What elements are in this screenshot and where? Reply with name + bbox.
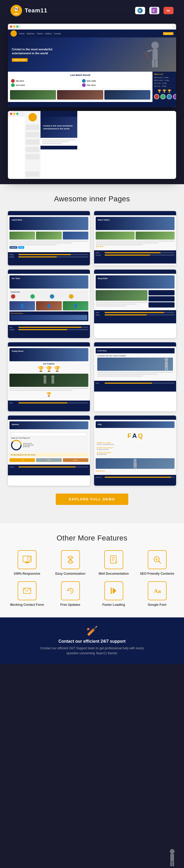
blog-sidebar-item-2 <box>149 296 175 302</box>
nav-home: Home <box>19 32 25 35</box>
stat-label-8: Shares <box>96 314 104 316</box>
footer: 🏏 Contact our efficient 24/7 support Con… <box>0 617 184 664</box>
page-preview-cricket-blog: Cricket Blog a cricketer who was a class… <box>94 342 176 411</box>
svg-rect-42 <box>110 556 116 563</box>
footer-icon: 🏏 <box>10 625 174 637</box>
wordpress-badge[interactable]: W <box>135 7 145 14</box>
two-panel-layout: Cricket is the most wonderful entertainm… <box>25 111 77 179</box>
team-logo-circle-1 <box>154 94 159 99</box>
stat-row-10: Posts <box>96 382 175 384</box>
feature-icon-contact <box>17 581 37 600</box>
page-title-5: Trophy Room <box>11 350 24 352</box>
sidebar-item-3 <box>26 140 39 145</box>
main-panel-hero-text: Cricket is the most wonderful entertainm… <box>43 124 75 130</box>
stat-bar-fill-9 <box>19 402 67 403</box>
page-body-5: Trophy Room Our Trophies 🏆 🏆 🏆 <box>8 346 90 400</box>
match-players-svg <box>38 374 60 387</box>
stat-label-1: Batting <box>9 254 17 255</box>
blog-line-1 <box>96 302 147 303</box>
news-content <box>9 241 88 245</box>
svg-rect-40 <box>69 556 72 557</box>
trophy-3: 🏆 <box>54 366 61 372</box>
page-preview-our-team: Our Team Cricket Club 👤 <box>8 270 90 338</box>
stat-bar-bg-6 <box>19 329 88 330</box>
blog-line-3 <box>96 305 127 306</box>
blog-layout <box>96 290 175 308</box>
news-img-3 <box>104 90 150 100</box>
stat-row-1: Batting <box>9 254 88 255</box>
faq-a-1: Cricket is a bat-and-ball sport... <box>97 443 174 445</box>
match-result-title: Last Match Result <box>10 74 150 76</box>
feature-contact: Working Contact Form <box>8 581 46 607</box>
site-footer-bar <box>8 102 176 107</box>
page-footer-6 <box>94 386 176 392</box>
footer-description: Contact our efficient 24/7 Support team … <box>39 646 145 656</box>
elementor-badge[interactable]: E <box>149 7 159 14</box>
features-section: Other More Features 100% Responsive <box>0 523 184 617</box>
hero-section: Home Matches Teams Gallery Contact Buy N… <box>0 21 184 184</box>
site-nav-items: Home Matches Teams Gallery Contact <box>19 32 61 35</box>
page-title-4: Blog Detail <box>98 277 108 279</box>
video-thumb-1 <box>96 231 135 240</box>
stat-bar-bg-3 <box>105 252 175 253</box>
page-nav-1 <box>8 211 90 215</box>
line-5 <box>96 242 159 244</box>
match-card-2: ENG 198/6 PAK 201/3 <box>81 78 150 89</box>
main-panel-hero: Cricket is the most wonderful entertainm… <box>40 117 77 138</box>
svg-rect-12 <box>152 60 154 67</box>
nav-cta-btn: Buy Now <box>163 32 174 35</box>
feature-font: Aa Google Font <box>138 581 176 607</box>
revolution-badge[interactable]: RE <box>163 7 174 14</box>
svg-rect-10 <box>152 49 158 60</box>
blog-header-text: Cricket Blog <box>97 350 106 351</box>
stat-bar-fill-3 <box>105 252 160 253</box>
match-area: Last Match Result IND 287/4 AUS 241/8 <box>8 72 176 102</box>
page-stats-5: Titles <box>8 401 90 406</box>
nav-gallery: Gallery <box>45 32 51 35</box>
team-logo-4 <box>82 83 86 87</box>
stat-label-7: Views <box>96 312 104 313</box>
stat-label-3: Speed <box>96 252 104 253</box>
video-thumb-2 <box>136 231 175 240</box>
stat-bar-bg-4 <box>105 254 175 256</box>
video-content <box>96 241 175 245</box>
stat-bar-fill-5 <box>19 327 81 328</box>
stat-bar-bg-1 <box>19 254 88 255</box>
page-preview-blog-detail: Blog Detail <box>94 270 176 338</box>
hero-cta-btn: Explore Demo <box>12 58 28 62</box>
club-history-bar: The Club History <box>9 311 88 321</box>
news-thumb-1 <box>9 231 35 240</box>
page-preview-match-videos: Match Videos ★★★★☆ Speed <box>94 211 176 266</box>
team-logos-grid <box>154 94 175 99</box>
sidebar-item-5 <box>26 154 39 159</box>
faq-letter-a: A <box>132 432 137 439</box>
page-stats-4: Views Shares <box>94 310 176 318</box>
feature-icon-responsive <box>17 550 37 569</box>
stat-bar-fill-11 <box>19 466 76 467</box>
chart-legend: ■ Primary 62% ■ Secondary 35% ■ Other 3% <box>23 443 87 447</box>
stat-bar-bg-8 <box>105 314 175 315</box>
responsive-icon <box>22 555 32 564</box>
blog-sidebar <box>149 290 175 308</box>
legend-item-3: ■ Other 3% <box>23 446 87 447</box>
page-hero-2: Match Videos <box>96 217 175 230</box>
nav-matches: Matches <box>27 32 34 35</box>
sponsor-search-area: Apply for Front Page of it ■ Primary 62%… <box>9 431 88 452</box>
feature-label-seo: SEO Friendly Contents <box>140 572 174 576</box>
trophy-details <box>9 388 88 391</box>
svg-rect-20 <box>44 378 46 384</box>
site-header: T11 Team11 W E RE <box>0 0 184 21</box>
page-stats-3: Wins Ranking <box>8 325 90 333</box>
page-hero-4: Blog Detail <box>96 275 175 288</box>
svg-rect-32 <box>134 467 135 468</box>
page-footer-8 <box>94 480 176 486</box>
page-hero-5: Trophy Room <box>9 348 88 361</box>
player-thumb-2: 👤 <box>36 301 62 310</box>
stat-bar-fill-12 <box>105 477 171 478</box>
explore-full-demo-button[interactable]: EXPLORE FULL DEMO <box>56 494 128 505</box>
header-icons: W E RE <box>135 7 174 14</box>
contact-icon <box>22 586 32 595</box>
svg-text:T11: T11 <box>14 8 19 10</box>
nav-teams: Teams <box>37 32 43 35</box>
feature-label-responsive: 100% Responsive <box>14 572 40 576</box>
